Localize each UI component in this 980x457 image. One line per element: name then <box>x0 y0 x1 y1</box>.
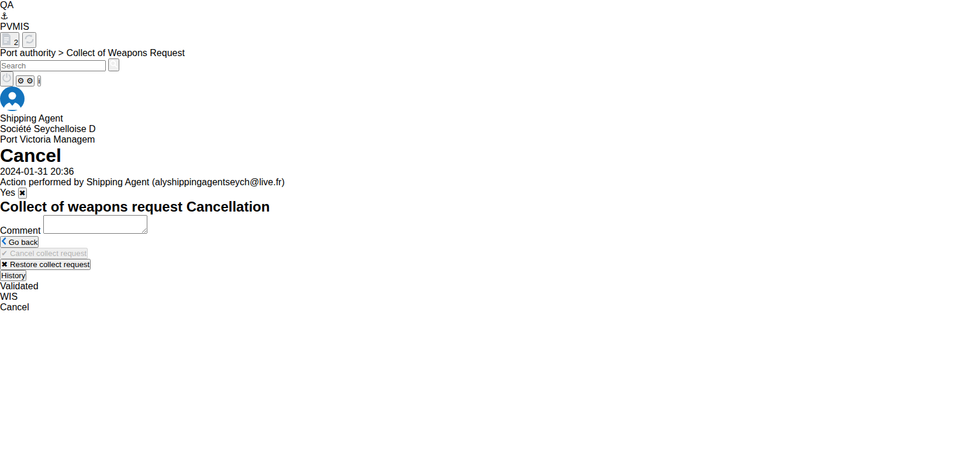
background-photo <box>0 0 980 457</box>
